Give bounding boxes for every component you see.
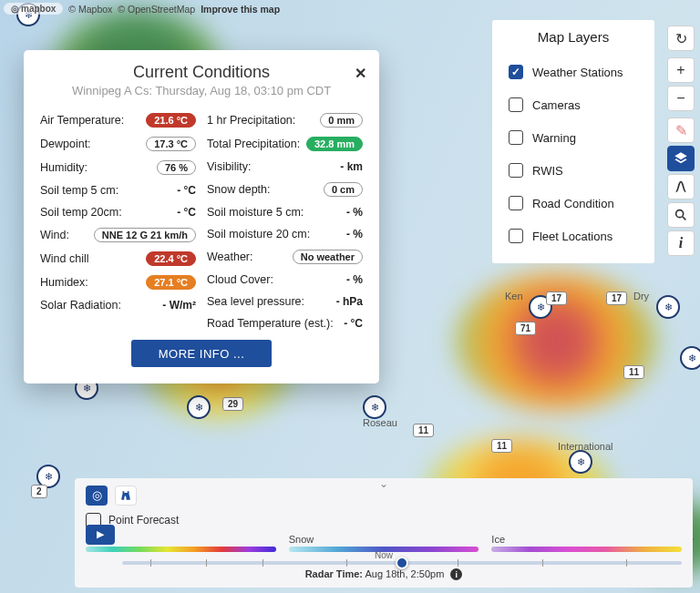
condition-row: Solar Radiation:- W/m² [40,294,196,316]
layer-checkbox[interactable] [509,97,523,112]
road-shield: 71 [515,322,536,335]
condition-label: 1 hr Precipitation: [207,114,295,127]
layer-checkbox[interactable] [509,229,523,243]
condition-label: Soil temp 5 cm: [40,184,118,197]
zoom-out-button[interactable]: − [667,86,695,111]
layer-checkbox[interactable] [509,65,523,79]
search-button[interactable] [667,202,695,228]
radar-icon[interactable]: ◎ [86,486,108,506]
condition-label: Air Temperature: [40,114,124,127]
road-shield: 11 [413,424,434,437]
condition-value: 22.4 °C [146,251,196,266]
condition-label: Road Temperature (est.): [207,317,334,330]
layer-row[interactable]: RWIS [492,154,654,187]
layer-label: Road Condition [532,197,614,210]
condition-label: Soil moisture 5 cm: [207,206,304,219]
info-button[interactable]: i [667,230,695,256]
route-forecast-icon[interactable] [115,486,137,506]
timeline-thumb[interactable] [396,557,408,569]
route-button[interactable] [667,174,695,199]
condition-label: Snow depth: [207,183,271,196]
draw-button[interactable]: ✎ [667,118,695,143]
condition-row: Humidity:76 % [40,156,196,179]
radar-panel: ⌄ ◎ Point Forecast RainSnowIce Now ▶ Rad… [75,478,693,588]
condition-label: Sea level pressure: [207,295,304,308]
legend-label: Snow [289,534,479,545]
zoom-in-button[interactable]: + [667,57,695,83]
condition-value: - % [346,228,363,240]
right-toolbar: ↻ + − ✎ i [667,26,695,256]
layers-icon [674,151,688,166]
condition-row: Soil moisture 20 cm:- % [207,223,363,245]
road-shield: 11 [623,365,644,379]
point-forecast-label: Point Forecast [108,514,179,527]
condition-value: - °C [344,317,363,330]
condition-value: - °C [177,206,196,219]
binoculars-icon [119,489,132,502]
layer-row[interactable]: Warning [492,121,654,154]
attribution: mapbox © Mapbox © OpenStreetMap Improve … [4,3,280,15]
road-shield: 17 [606,291,627,305]
station-marker[interactable] [363,395,386,419]
condition-row: Visibility:- km [207,156,363,178]
condition-row: Road Temperature (est.):- °C [207,312,363,334]
condition-row: Air Temperature:21.6 °C [40,108,196,132]
layers-button[interactable] [667,146,695,171]
legend-gradient [491,547,682,552]
timeline-track[interactable] [122,561,682,565]
layer-label: Cameras [532,98,581,112]
condition-row: Soil temp 20cm:- °C [40,201,196,223]
station-marker[interactable] [656,295,680,319]
condition-label: Humidex: [40,276,88,289]
radar-time-value: Aug 18th, 2:50pm [365,568,444,579]
condition-value: - hPa [336,295,363,308]
road-shield: 2 [31,485,47,498]
attribution-text[interactable]: © Mapbox [68,4,112,15]
condition-label: Soil moisture 20 cm: [207,228,310,240]
condition-row: Sea level pressure:- hPa [207,291,363,312]
layer-row[interactable]: Cameras [492,88,654,121]
condition-row: Soil moisture 5 cm:- % [207,201,363,223]
condition-row: Snow depth:0 cm [207,178,363,201]
station-marker[interactable] [187,395,211,419]
radar-timeline[interactable]: Now ▶ [86,561,682,565]
condition-value: - % [346,273,363,286]
attribution-text[interactable]: © OpenStreetMap [118,4,195,15]
layer-checkbox[interactable] [509,130,523,145]
search-icon [674,208,688,222]
close-button[interactable]: ✕ [355,65,366,82]
condition-label: Soil temp 20cm: [40,206,122,219]
legend-label: Ice [491,534,682,545]
info-icon[interactable]: i [450,568,462,580]
condition-label: Total Precipitation: [207,138,300,150]
legend-snow: Snow [289,534,479,552]
layer-row[interactable]: Road Condition [492,187,654,220]
condition-label: Visibility: [207,160,251,173]
condition-row: Wind chill22.4 °C [40,247,196,271]
layer-checkbox[interactable] [509,196,523,210]
play-button[interactable]: ▶ [86,525,115,545]
station-marker[interactable] [569,450,592,474]
improve-map-link[interactable]: Improve this map [201,4,280,15]
legend-ice: Ice [491,534,682,552]
more-info-button[interactable]: MORE INFO ... [131,340,272,367]
legend-gradient [86,547,276,552]
conditions-popup: ✕ Current Conditions Winnipeg A Cs: Thur… [24,50,379,383]
layers-panel: Map Layers Weather StationsCamerasWarnin… [492,20,654,263]
layer-checkbox[interactable] [509,163,523,178]
condition-value: NNE 12 G 21 km/h [94,228,196,242]
condition-label: Solar Radiation: [40,299,121,312]
layer-row[interactable]: Weather Stations [492,56,654,88]
reload-button[interactable]: ↻ [667,26,695,51]
condition-value: 17.3 °C [146,137,196,151]
station-marker[interactable] [680,346,700,370]
city-label: Ken [505,291,523,302]
mapbox-logo[interactable]: mapbox [4,3,63,15]
collapse-handle[interactable]: ⌄ [379,477,388,490]
layer-row[interactable]: Fleet Locations [492,220,654,252]
road-shield: 17 [546,291,567,305]
condition-row: Wind:NNE 12 G 21 km/h [40,223,196,247]
condition-label: Cloud Cover: [207,273,273,286]
condition-value: 32.8 mm [306,137,363,151]
layer-label: Warning [532,131,576,145]
